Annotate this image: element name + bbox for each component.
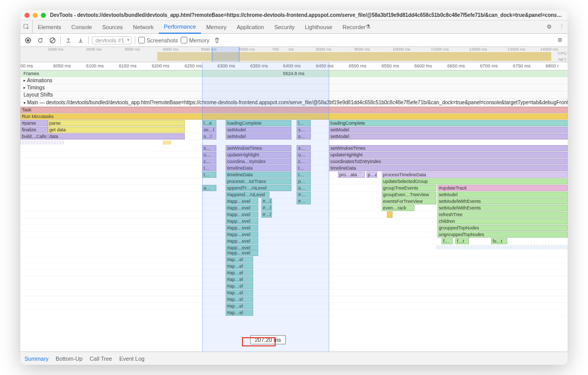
- maximize-window-button[interactable]: [41, 13, 46, 18]
- flame-bar[interactable]: #ap…el: [226, 276, 253, 283]
- animations-track-header[interactable]: Animations: [20, 77, 568, 84]
- flame-bar[interactable]: s…: [202, 145, 216, 151]
- flame-chart[interactable]: Frames 5524.8 ms Animations Timings Layo…: [20, 71, 568, 351]
- flame-bar[interactable]: u…: [202, 152, 216, 158]
- flame-bar[interactable]: get data: [48, 127, 185, 133]
- flame-bar[interactable]: p…a: [366, 172, 377, 178]
- trash-button[interactable]: [212, 36, 222, 45]
- flame-bar[interactable]: #ap…el: [226, 296, 253, 302]
- flame-bar[interactable]: coordinatesToEntryIndex: [329, 158, 568, 165]
- flame-bar[interactable]: #ap…el: [226, 303, 253, 309]
- flame-bar[interactable]: setModel: [437, 192, 568, 198]
- tab-security[interactable]: Security: [269, 20, 300, 33]
- flame-bar[interactable]: #parse: [20, 120, 48, 126]
- flame-bar[interactable]: ungrouppedTopNodes: [437, 231, 568, 238]
- btab-summary[interactable]: Summary: [24, 356, 48, 362]
- flame-bar[interactable]: fo…t: [491, 238, 507, 244]
- inspect-icon[interactable]: [20, 20, 33, 33]
- flame-bar[interactable]: setModelWithEvents: [437, 205, 568, 211]
- tab-lighthouse[interactable]: Lighthouse: [300, 20, 337, 33]
- flame-bar[interactable]: #…l: [261, 198, 272, 204]
- flame-bar[interactable]: #ap…el: [226, 263, 253, 269]
- flame-bar[interactable]: groupTreeEvents: [382, 185, 436, 191]
- clear-button[interactable]: [48, 36, 57, 45]
- flame-bar[interactable]: #updateTrack: [437, 185, 568, 191]
- flame-bar[interactable]: eventsForTreeView: [382, 198, 436, 204]
- minimize-window-button[interactable]: [33, 13, 38, 18]
- tab-performance[interactable]: Performance: [159, 21, 201, 34]
- settings-icon[interactable]: ⚙: [543, 24, 555, 30]
- flame-bar[interactable]: a…: [202, 185, 216, 191]
- flame-bar[interactable]: [387, 212, 393, 218]
- flame-bar[interactable]: Task: [20, 107, 568, 113]
- flame-bar[interactable]: setModel: [226, 133, 291, 139]
- record-button[interactable]: [23, 36, 33, 45]
- flame-bar[interactable]: t…: [202, 172, 216, 178]
- tab-sources[interactable]: Sources: [97, 20, 128, 33]
- overview-selected-range[interactable]: [212, 47, 239, 62]
- flame-bar[interactable]: #app…evel: [226, 231, 258, 238]
- flame-bar[interactable]: #app…evel: [226, 212, 258, 218]
- flame-bar[interactable]: #app…evel: [226, 225, 258, 231]
- btab-calltree[interactable]: Call Tree: [90, 356, 112, 362]
- close-window-button[interactable]: [24, 13, 30, 18]
- flame-bar[interactable]: children: [437, 218, 568, 224]
- upload-button[interactable]: [64, 36, 73, 45]
- flame-bar[interactable]: pro…ata: [338, 172, 365, 178]
- flame-bar[interactable]: processTimelineData: [382, 172, 568, 178]
- flame-bar[interactable]: #ap…el: [226, 283, 253, 289]
- flame-bar[interactable]: data: [48, 133, 185, 139]
- flame-bar[interactable]: #ap…el: [226, 270, 253, 276]
- tab-memory[interactable]: Memory: [201, 20, 232, 33]
- btab-eventlog[interactable]: Event Log: [119, 356, 145, 362]
- flame-bar[interactable]: timelineData: [226, 172, 291, 178]
- flame-bar[interactable]: #ap…el: [226, 290, 253, 296]
- flame-bar[interactable]: #ap…el: [226, 256, 253, 263]
- flame-bar[interactable]: s…l: [202, 133, 216, 139]
- memory-checkbox[interactable]: Memory: [181, 37, 209, 43]
- flame-bar[interactable]: t…: [297, 165, 311, 171]
- flame-bar[interactable]: refreshTree: [437, 212, 568, 218]
- flame-bar[interactable]: build…Calls: [20, 133, 48, 139]
- more-icon[interactable]: ⋮: [555, 24, 568, 30]
- time-ruler[interactable]: 00 ms 6050 ms 6100 ms 6150 ms 6200 ms 62…: [20, 62, 568, 71]
- flame-bar[interactable]: setModel: [329, 133, 568, 139]
- flame-bar[interactable]: #…: [297, 192, 311, 198]
- flame-bar[interactable]: #app…evel: [226, 205, 258, 211]
- flame-bar[interactable]: loadingComplete: [226, 120, 291, 126]
- tab-network[interactable]: Network: [128, 20, 159, 33]
- flame-bar[interactable]: t…: [297, 172, 311, 178]
- flame-bar[interactable]: timelineData: [226, 165, 291, 171]
- profile-selector[interactable]: devtools #1: [92, 36, 132, 44]
- main-track-header[interactable]: Main — devtools://devtools/bundled/devto…: [20, 99, 568, 107]
- flame-bar[interactable]: t…: [202, 165, 216, 171]
- tab-application[interactable]: Application: [232, 20, 270, 33]
- flame-bar[interactable]: l…e: [202, 120, 216, 126]
- layoutshifts-track-header[interactable]: Layout Shifts: [20, 91, 568, 99]
- flame-bar[interactable]: c…: [297, 158, 311, 165]
- flame-bar[interactable]: a…: [297, 185, 311, 191]
- flame-bar[interactable]: #append…AtLevel: [226, 192, 270, 198]
- flame-bar[interactable]: finalize: [20, 127, 48, 133]
- flame-bar[interactable]: #app…evel: [226, 238, 258, 244]
- flame-bar[interactable]: #…l: [261, 212, 272, 218]
- flame-bar[interactable]: f…t: [455, 238, 469, 244]
- tab-recorder[interactable]: Recorder ⚗: [337, 20, 376, 33]
- flame-bar[interactable]: #app…evel: [226, 218, 258, 224]
- flame-bar[interactable]: coordina…tryIndex: [226, 158, 291, 165]
- flame-bar[interactable]: Run Microtasks: [20, 113, 568, 120]
- flame-bar[interactable]: #ap…el: [226, 310, 253, 316]
- reload-button[interactable]: [36, 36, 45, 45]
- flame-bar[interactable]: setModelWithEvents: [437, 198, 568, 204]
- flame-bar[interactable]: u…: [297, 152, 311, 158]
- flame-bar[interactable]: grouppedTopNodes: [437, 225, 568, 231]
- flame-bar[interactable]: s…: [297, 127, 311, 133]
- flame-bar[interactable]: l…: [297, 120, 311, 126]
- flame-bar[interactable]: updateSelectedGroup: [382, 178, 568, 184]
- flame-bar[interactable]: loadingComplete: [329, 120, 568, 126]
- flame-bar[interactable]: c…: [202, 158, 216, 165]
- flame-bar[interactable]: se…l: [202, 127, 216, 133]
- flame-bar[interactable]: timelineData: [329, 165, 568, 171]
- tab-console[interactable]: Console: [66, 20, 97, 33]
- flame-bar[interactable]: groupEven…TreeView: [382, 192, 436, 198]
